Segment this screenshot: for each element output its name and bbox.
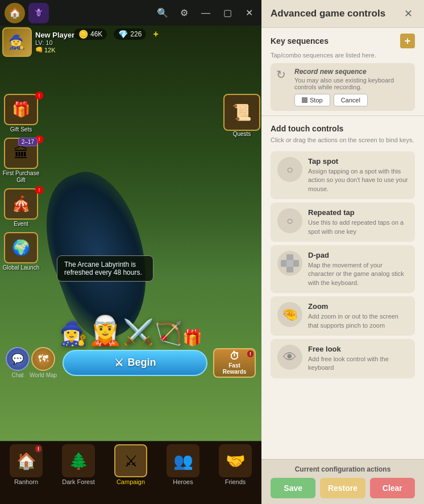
gift-sets-icon: 🎁 <box>4 94 38 125</box>
sidebar-item-event[interactable]: 🎪 ! Event <box>1 188 41 228</box>
add-key-sequence-button[interactable]: + <box>400 34 415 48</box>
nav-item-dark-forest[interactable]: 🌲 Dark Forest <box>52 444 105 485</box>
dpad-icon <box>277 251 302 276</box>
character-4: 🏹 <box>154 320 182 347</box>
dark-forest-icon: 🌲 <box>62 444 95 477</box>
dpad-card[interactable]: D-pad Map the movement of your character… <box>271 245 415 293</box>
key-sequences-title: Key sequences <box>271 36 329 46</box>
player-level: LV: 10 <box>35 39 74 46</box>
repeated-tap-title: Repeated tap <box>308 208 408 217</box>
tap-spot-card[interactable]: ○ Tap spot Assign tapping on a spot with… <box>271 151 415 199</box>
character-1: 🧙‍♀️ <box>59 320 88 347</box>
panel-header: Advanced game controls ✕ <box>261 0 424 28</box>
sword-icon: ⚔ <box>114 357 123 369</box>
chat-label: Chat <box>11 372 23 378</box>
campaign-label: Campaign <box>117 478 145 485</box>
quest-icon: 📜 <box>223 94 260 131</box>
player-avatar[interactable]: 🧙 <box>2 27 32 57</box>
event-icon: 🎪 <box>4 188 38 220</box>
zoom-icon: 🤏 <box>277 302 302 327</box>
stop-icon <box>302 97 307 103</box>
maximize-icon[interactable]: ▢ <box>219 5 235 21</box>
settings-icon[interactable]: ⚙ <box>176 5 192 21</box>
friends-icon: 🤝 <box>219 444 252 477</box>
config-bar-title: Current configuration actions <box>271 465 415 473</box>
restore-button[interactable]: Restore <box>320 478 365 498</box>
cancel-button[interactable]: Cancel <box>334 94 368 106</box>
heroes-icon: 👥 <box>167 444 199 477</box>
fast-rewards-button[interactable]: ⏱ Fast Rewards ! <box>213 348 256 378</box>
fast-rewards-label: Fast <box>228 362 240 369</box>
ranhorn-badge: ! <box>35 445 41 452</box>
badge: ! <box>35 186 43 194</box>
tap-spot-desc: Assign tapping on a spot with this actio… <box>308 167 408 193</box>
gem-currency[interactable]: 💎 226 <box>114 28 146 40</box>
repeated-tap-card[interactable]: ○ Repeated tap Use this to add repeated … <box>271 203 415 242</box>
divider-1 <box>261 115 424 116</box>
sidebar-item-gift-sets[interactable]: 🎁 ! Gift Sets <box>1 94 41 133</box>
free-look-title: Free look <box>308 345 408 353</box>
first-purchase-label: First PurchaseGift <box>1 170 41 184</box>
close-icon[interactable]: ✕ <box>241 5 257 21</box>
key-sequences-section-header: Key sequences + <box>261 28 424 52</box>
game-area: 🏠 🗡 🔍 ⚙ — ▢ ✕ 🧙 New Player LV: 10 👊 12K … <box>0 0 261 504</box>
touch-controls-title: Add touch controls <box>271 124 343 133</box>
world-map-label: World Map <box>30 372 57 378</box>
badge: ! <box>35 92 43 100</box>
panel-close-button[interactable]: ✕ <box>401 7 415 20</box>
game-topbar: 🏠 🗡 🔍 ⚙ — ▢ ✕ <box>0 0 261 26</box>
recording-desc: You may also use existing keyboard contr… <box>294 77 409 90</box>
begin-button[interactable]: ⚔ Begin <box>63 350 207 376</box>
player-name: New Player <box>35 31 74 39</box>
nav-item-ranhorn[interactable]: 🏠 ! Ranhorn <box>0 444 52 485</box>
panel-title: Advanced game controls <box>271 8 385 19</box>
sidebar-item-first-purchase[interactable]: 🏛 ! First PurchaseGift 2–17 <box>1 138 41 184</box>
zoom-desc: Add zoom in or out to the screen that su… <box>308 312 408 330</box>
coin-icon: 🪙 <box>78 30 88 39</box>
zoom-card[interactable]: 🤏 Zoom Add zoom in or out to the screen … <box>271 296 415 336</box>
friends-label: Friends <box>225 478 246 485</box>
minimize-icon[interactable]: — <box>198 5 214 21</box>
fast-rewards-label2: Rewards <box>223 369 247 375</box>
nav-item-heroes[interactable]: 👥 Heroes <box>157 444 209 485</box>
gem-icon: 💎 <box>118 30 128 39</box>
panel-area: Advanced game controls ✕ Key sequences +… <box>261 0 424 504</box>
search-icon[interactable]: 🔍 <box>155 5 171 21</box>
hero-icon[interactable]: 🗡 <box>28 3 49 23</box>
panel-scroll[interactable]: Key sequences + Tap/combo sequences are … <box>261 28 424 459</box>
repeated-tap-icon: ○ <box>277 208 302 233</box>
player-power: 👊 12K <box>35 46 74 53</box>
chat-section: 💬 Chat <box>6 347 30 378</box>
clear-button[interactable]: Clear <box>370 478 415 498</box>
gold-currency[interactable]: 🪙 46K <box>74 28 107 40</box>
stop-button[interactable]: Stop <box>294 94 330 106</box>
world-map-button[interactable]: 🗺 <box>31 347 55 371</box>
free-look-desc: Add free look control with the keyboard <box>308 355 408 373</box>
nav-item-campaign[interactable]: ⚔ Campaign <box>105 444 157 485</box>
nav-item-friends[interactable]: 🤝 Friends <box>209 444 261 485</box>
chat-button[interactable]: 💬 <box>6 347 30 371</box>
tap-spot-icon: ○ <box>277 157 302 182</box>
recording-buttons: Stop Cancel <box>294 94 409 106</box>
add-currency-button[interactable]: + <box>153 29 158 39</box>
right-menu[interactable]: 📜 Quests <box>223 94 260 137</box>
touch-controls-desc: Click or drag the actions on the screen … <box>261 137 424 148</box>
config-bar: Current configuration actions Save Resto… <box>261 459 424 504</box>
dpad-desc: Map the movement of your character or th… <box>308 261 408 287</box>
recording-title: Record new sequence <box>294 68 409 76</box>
heroes-label: Heroes <box>173 478 193 485</box>
save-button[interactable]: Save <box>271 478 315 498</box>
svg-rect-4 <box>286 260 293 267</box>
fast-rewards-badge: ! <box>247 350 253 357</box>
campaign-icon: ⚔ <box>114 444 147 477</box>
zoom-title: Zoom <box>308 302 408 311</box>
character-3: ⚔️ <box>123 317 154 347</box>
config-bar-buttons: Save Restore Clear <box>271 478 415 498</box>
player-info: 🧙 New Player LV: 10 👊 12K <box>2 27 74 57</box>
free-look-card[interactable]: 👁 Free look Add free look control with t… <box>271 339 415 378</box>
recording-box: ↻ Record new sequence You may also use e… <box>271 63 415 111</box>
bottom-nav: 🏠 ! Ranhorn 🌲 Dark Forest ⚔ Campaign 👥 H… <box>0 441 261 504</box>
fast-rewards-icon: ⏱ <box>230 350 240 362</box>
home-icon[interactable]: 🏠 <box>5 3 25 23</box>
ranhorn-icon: 🏠 ! <box>10 444 43 477</box>
